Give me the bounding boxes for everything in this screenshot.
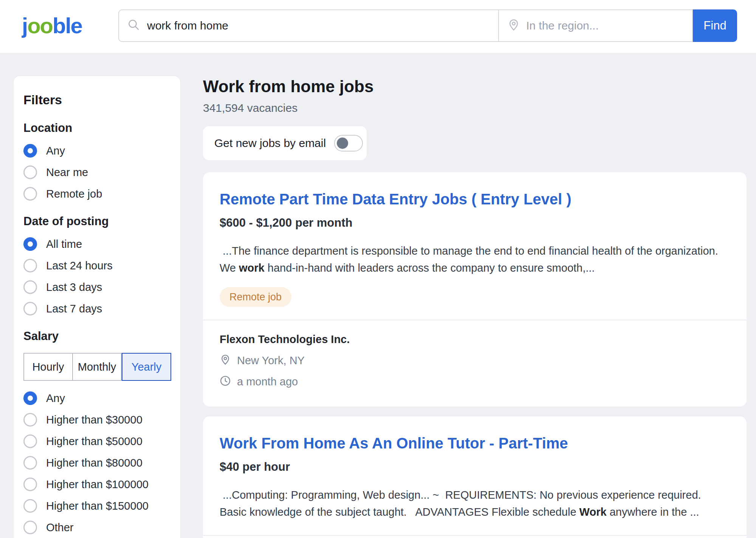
location-pin-icon	[220, 354, 231, 367]
filter-date-last-24-hours[interactable]: Last 24 hours	[23, 259, 170, 272]
radio-icon	[23, 478, 37, 491]
job-salary: $600 - $1,200 per month	[220, 216, 730, 230]
logo-part-oo: oo	[27, 13, 53, 38]
radio-icon	[23, 413, 37, 427]
filter-location-near-me[interactable]: Near me	[23, 165, 170, 179]
filter-salary-30000[interactable]: Higher than $30000	[23, 413, 170, 427]
job-posted-time: a month ago	[237, 376, 298, 388]
job-location-row: New York, NY	[220, 354, 730, 367]
radio-selected-icon	[23, 237, 37, 251]
filter-date-last-7-days[interactable]: Last 7 days	[23, 302, 170, 315]
filters-panel: Filters Location Any Near me Remote job …	[13, 76, 181, 538]
job-posted-row: a month ago	[220, 375, 730, 388]
job-description: ...Computing: Programming, Web design...…	[220, 487, 730, 521]
filter-salary-80000[interactable]: Higher than $80000	[23, 456, 170, 470]
radio-selected-icon	[23, 391, 37, 405]
radio-icon	[23, 187, 37, 201]
filter-location-remote-job[interactable]: Remote job	[23, 187, 170, 201]
logo-part-j: j	[22, 13, 27, 38]
job-card[interactable]: Remote Part Time Data Entry Jobs ( Entry…	[203, 172, 747, 407]
radio-icon	[23, 499, 37, 513]
tab-hourly[interactable]: Hourly	[23, 353, 73, 381]
vacancies-count: 341,594 vacancies	[203, 101, 747, 115]
clock-icon	[220, 375, 231, 388]
filter-location-any[interactable]: Any	[23, 144, 170, 158]
radio-icon	[23, 259, 37, 272]
job-card[interactable]: Work From Home As An Online Tutor - Part…	[203, 416, 747, 538]
job-description-highlight: Work	[579, 506, 607, 518]
date-of-posting-heading: Date of posting	[23, 215, 170, 228]
jooble-logo[interactable]: jooble	[22, 12, 82, 39]
job-description: ...The finance department is responsible…	[220, 243, 730, 277]
filter-salary-other[interactable]: Other	[23, 521, 170, 534]
email-subscribe-card: Get new jobs by email	[203, 126, 367, 160]
radio-icon	[23, 434, 37, 448]
radio-icon	[23, 302, 37, 315]
filter-date-last-3-days[interactable]: Last 3 days	[23, 280, 170, 294]
filter-salary-150000[interactable]: Higher than $150000	[23, 499, 170, 513]
salary-heading: Salary	[23, 329, 170, 343]
job-description-text: hand-in-hand with leaders across the com…	[265, 262, 595, 274]
email-subscribe-label: Get new jobs by email	[214, 137, 326, 150]
results-column: Work from home jobs 341,594 vacancies Ge…	[203, 0, 747, 538]
logo-part-ble: ble	[53, 13, 82, 38]
job-title-link[interactable]: Work From Home As An Online Tutor - Part…	[220, 434, 568, 453]
remote-job-badge: Remote job	[220, 287, 291, 307]
company-name: Flexon Technologies Inc.	[220, 333, 730, 346]
company-block: Flexon Technologies Inc. New York, NY	[220, 320, 730, 405]
job-description-text: anywhere in the ...	[607, 506, 699, 518]
filter-salary-50000[interactable]: Higher than $50000	[23, 434, 170, 448]
search-icon	[127, 19, 140, 33]
card-divider	[203, 535, 747, 536]
job-location: New York, NY	[237, 354, 305, 367]
radio-icon	[23, 521, 37, 534]
salary-period-tabs: Hourly Monthly Yearly	[23, 353, 171, 381]
radio-icon	[23, 280, 37, 294]
radio-icon	[23, 165, 37, 179]
filters-title: Filters	[23, 93, 170, 107]
filter-date-all-time[interactable]: All time	[23, 237, 170, 251]
tab-monthly[interactable]: Monthly	[73, 353, 122, 381]
tab-yearly[interactable]: Yearly	[122, 353, 171, 381]
radio-icon	[23, 456, 37, 470]
filter-salary-100000[interactable]: Higher than $100000	[23, 478, 170, 491]
toggle-knob	[337, 138, 348, 149]
job-description-highlight: work	[239, 262, 265, 274]
page-title: Work from home jobs	[203, 77, 747, 96]
job-title-link[interactable]: Remote Part Time Data Entry Jobs ( Entry…	[220, 190, 572, 209]
filter-salary-any[interactable]: Any	[23, 391, 170, 405]
radio-selected-icon	[23, 144, 37, 158]
location-heading: Location	[23, 121, 170, 135]
job-salary: $40 per hour	[220, 460, 730, 474]
email-subscribe-toggle[interactable]	[334, 135, 363, 152]
